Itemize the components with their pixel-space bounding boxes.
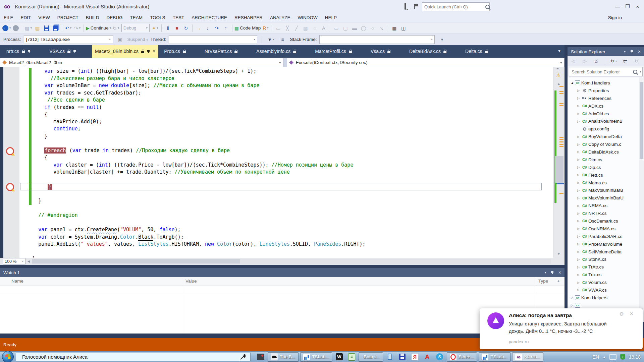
menu-analyze[interactable]: ANALYZE [266,13,294,22]
tracepoint-icon[interactable] [6,147,14,155]
thread-list-icon[interactable]: ≡ [278,35,287,44]
solution-search-box[interactable]: ▾ [569,67,643,76]
cut-tool-icon[interactable]: ╳ [283,24,291,33]
resharper-icon[interactable]: R▾ [261,24,270,33]
restart-debug-icon[interactable]: ↻ [182,24,190,33]
shape-bar-icon[interactable]: ▬ [350,24,359,33]
process-combo[interactable]: [7312] TSLabApp.exe▾ [24,35,113,44]
tree-item-AdxOld.cs[interactable]: ▷C#AdxOld.cs [568,110,644,118]
feedback-icon[interactable] [405,3,406,9]
word-app-icon[interactable]: W [334,352,344,361]
nav-back-icon[interactable]: ←▾ [2,24,11,33]
find-icon[interactable]: ✦▾ [151,24,159,33]
se-back-icon[interactable]: ◁ [569,57,578,65]
tree-item-PriceMaxVolume[interactable]: ▷C#PriceMaxVolume [568,240,644,248]
start-button[interactable] [2,351,14,362]
fill-tool-icon[interactable]: ▧ [301,24,310,33]
editor-zoom-combo[interactable]: 100 %▾ [3,258,25,264]
solution-explorer-header[interactable]: Solution Explorer ▾ × [568,47,644,56]
stop-icon[interactable]: ■ [173,24,181,33]
solution-search-input[interactable] [569,69,633,74]
menu-debug[interactable]: DEBUG [103,13,126,22]
popup-source-link[interactable]: yandex.ru [509,339,529,344]
tree-item-StohK.cs[interactable]: ▷C#StohK.cs [568,255,644,263]
notes-app-icon[interactable]: ≡ [346,352,357,361]
yandex-app-icon[interactable]: Я [410,352,420,361]
step-over-icon[interactable]: ↷ [213,24,221,33]
pen-tool-icon[interactable]: ╱ [292,24,301,33]
undo-icon[interactable]: ↶▾ [64,24,72,33]
shape-arrow-icon[interactable]: ↘ [377,24,386,33]
menu-build[interactable]: BUILD [82,13,103,22]
dock-splitter[interactable] [0,265,565,268]
tree-item-OscNRMA.cs[interactable]: ▷C#OscNRMA.cs [568,225,644,233]
tree-item-MaxVolumInBarB[interactable]: ▷C#MaxVolumInBarB [568,186,644,194]
window-browser-button[interactable]: Ваш з... [359,352,383,362]
tree-item-Dip.cs[interactable]: ▷C#Dip.cs [568,164,644,171]
shape-rect-icon[interactable]: ▭ [332,24,340,33]
tab-Delta.cs[interactable]: Delta.cs [462,45,491,58]
new-file-icon[interactable]: ▤▾ [24,24,33,33]
step-into-icon[interactable]: ↓ [204,24,212,33]
window-tslab-1-button[interactable]: TSLab... [300,352,332,362]
tab-AssemblyInfo.cs[interactable]: AssemblyInfo.cs [253,45,299,58]
tree-item-app.config[interactable]: ⚙app.config [568,125,644,133]
gear-icon[interactable]: ⚙ [620,311,624,317]
language-indicator[interactable]: EN [593,354,599,360]
code-editor[interactable]: var size = (int) ((high[bar] - low[bar])… [0,67,565,258]
menu-window[interactable]: WINDOW [294,13,321,22]
zoom-tool-icon[interactable]: ◌ [310,24,319,33]
save-icon[interactable] [42,24,51,33]
screenshot-tool-icon[interactable] [255,352,266,361]
tree-item-Volum.cs[interactable]: ▷C#Volum.cs [568,279,644,286]
alisa-search-box[interactable]: Голосовой помощник Алиса [16,353,251,361]
tree-item-References[interactable]: ▷References [568,95,644,102]
quick-launch-input[interactable] [422,4,485,9]
scroll-up-icon[interactable]: ▲ [557,279,560,283]
lifecycle-events-icon[interactable]: ▣ [116,35,124,44]
pin-icon[interactable] [551,271,554,275]
tree-item-SellVolumeDelta[interactable]: ▷C#SellVolumeDelta [568,248,644,256]
tree-item-Properties[interactable]: ▷⚙Properties [568,87,644,95]
tab-Prob.cs[interactable]: Prob.cs [161,45,189,58]
tree-item-DeltaBidAsk.cs[interactable]: ▷C#DeltaBidAsk.cs [568,148,644,156]
display-tray-icon[interactable] [609,354,616,360]
pin-icon[interactable] [73,50,76,53]
tab-VSA.cs[interactable]: VSA.cs [46,45,79,58]
tree-item-Trix.cs[interactable]: ▷C#Trix.cs [568,271,644,279]
menu-team[interactable]: TEAM [126,13,147,22]
se-home-icon[interactable]: ⌂ [592,57,600,65]
quick-launch-box[interactable] [422,2,490,11]
window-the-bat-button[interactable]: The B... [268,352,299,362]
shape-ellipse-icon[interactable]: ◯ [359,24,368,33]
column-value[interactable]: Value [185,277,197,286]
menu-project[interactable]: PROJECT [54,13,82,22]
tab-Macet2_0Bin.0bin.cs[interactable]: Macet2_0Bin.0bin.cs× [92,45,158,58]
alisa-notification-popup[interactable]: Алиса: погода на завтра Улицы станут кра… [480,308,643,349]
tree-item-NRMA.cs[interactable]: ▷C#NRMA.cs [568,202,644,209]
debug-target-combo[interactable]: Debug▾ [121,24,150,32]
skype-app-icon[interactable]: S [434,352,445,361]
tree-item-VWAP.cs[interactable]: ▷C#VWAP.cs [568,286,644,294]
tree-item-NRTR.cs[interactable]: ▷C#NRTR.cs [568,209,644,217]
tree-item-Copy of Volum.c[interactable]: ▷C#Copy of Volum.c [568,140,644,148]
se-refresh-icon[interactable]: ↻ [632,57,641,65]
close-icon[interactable]: × [153,49,155,54]
tab-nrtr.cs[interactable]: nrtr.cs [3,45,34,58]
scrollbar-thumb[interactable] [555,156,564,183]
tab-DeltaBidAsk.cs[interactable]: DeltaBidAsk.cs [406,45,449,58]
tracepoint-icon[interactable] [6,183,14,191]
close-button[interactable]: × [633,2,643,11]
editor-vertical-scrollbar[interactable]: ≡ ⚠ ▲ ▼ [553,67,565,258]
tab-list-chevron-icon[interactable]: ▼ [557,49,561,53]
tree-item-AnalizVolumeInB[interactable]: ▷C#AnalizVolumeInB [568,117,644,125]
device-app-icon[interactable] [385,352,395,361]
redo-icon[interactable]: ↷▾ [73,24,82,33]
show-next-statement-icon[interactable]: → [195,24,203,33]
window-screenshot-button[interactable]: Scree... [447,352,477,362]
stack-frame-combo[interactable]: ▾ [319,35,435,44]
tree-scrollbar[interactable] [639,77,644,322]
restart-icon[interactable]: ↻▾ [112,24,120,33]
menu-test[interactable]: TEST [169,13,188,22]
scroll-down-icon[interactable]: ▼ [557,252,560,256]
